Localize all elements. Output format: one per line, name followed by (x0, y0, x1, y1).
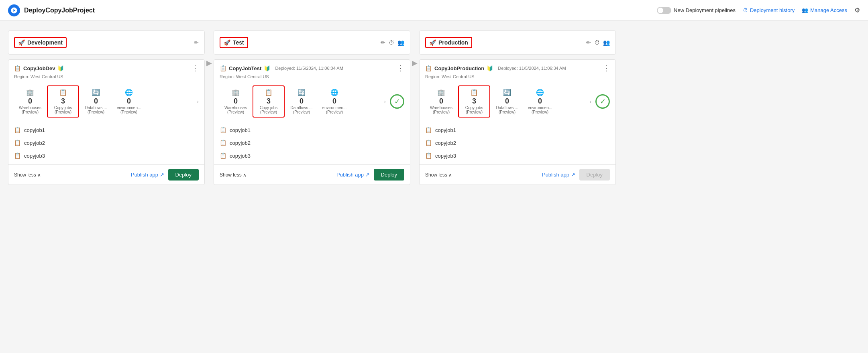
job-name: copyjob3 (435, 153, 456, 159)
show-less-button[interactable]: Show less ∧ (14, 172, 41, 178)
stage-env-icon: 🚀 (18, 39, 25, 46)
stat-item-1[interactable]: 📋 3 Copy jobs(Preview) (47, 85, 79, 118)
item-region: Region: West Central US (420, 74, 615, 82)
stat-label: Copy jobs(Preview) (54, 105, 72, 114)
stat-item-2[interactable]: 🔄 0 Dataflows ...(Preview) (80, 86, 112, 117)
users-stage-button[interactable]: 👥 (603, 39, 610, 46)
footer-right: Publish app ↗Deploy (542, 169, 610, 181)
jobs-list: 📋 copyjob1📋 copyjob2📋 copyjob3 (214, 121, 410, 164)
item-copy-icon: 📋 (220, 65, 226, 71)
stat-item-1[interactable]: 📋 3 Copy jobs(Preview) (253, 85, 285, 118)
app-title: DeployCopyJobProject (24, 7, 95, 14)
show-less-button[interactable]: Show less ∧ (220, 172, 247, 178)
stage-name-wrap-production: 🚀Production (425, 37, 472, 48)
item-title: CopyJobProduction (434, 65, 484, 71)
item-menu-button[interactable]: ⋮ (603, 65, 610, 72)
edit-stage-button[interactable]: ✏ (586, 39, 591, 46)
job-icon: 📋 (425, 152, 432, 159)
shield-icon: 🔰 (487, 65, 493, 71)
job-icon: 📋 (220, 152, 226, 159)
new-deployment-toggle-wrap[interactable]: New Deployment pipelines (657, 7, 736, 14)
stat-number: 3 (267, 97, 271, 105)
stat-icon: 📋 (470, 89, 478, 96)
deploy-button[interactable]: Deploy (374, 169, 404, 181)
stat-item-1[interactable]: 📋 3 Copy jobs(Preview) (458, 85, 490, 118)
stats-scroll-arrow[interactable]: › (197, 98, 199, 105)
job-icon: 📋 (220, 127, 226, 133)
deploy-button[interactable]: Deploy (579, 169, 610, 181)
shield-icon: 🔰 (57, 65, 64, 71)
list-item: 📋 copyjob2 (8, 136, 204, 149)
stage-header-production: 🚀Production✏⏱👥 (419, 30, 616, 55)
item-menu-button[interactable]: ⋮ (397, 65, 404, 72)
item-title: CopyJobTest (229, 65, 261, 71)
stage-env-icon: 🚀 (429, 39, 436, 46)
stat-number: 0 (94, 97, 98, 105)
stat-number: 0 (127, 97, 131, 105)
item-card-test: 📋 CopyJobTest 🔰 Deployed: 11/5/2024, 11:… (214, 59, 410, 185)
stat-icon: 🌐 (330, 89, 338, 96)
card-footer-production: Show less ∧Publish app ↗Deploy (420, 164, 615, 185)
stage-production: 🚀Production✏⏱👥📋 CopyJobProduction 🔰 Depl… (419, 30, 616, 185)
deployed-check-icon: ✓ (595, 94, 610, 109)
stat-item-3[interactable]: 🌐 0 environmen...(Preview) (113, 86, 145, 117)
job-icon: 📋 (14, 140, 21, 146)
stage-actions-test: ✏⏱👥 (381, 39, 404, 46)
edit-stage-button[interactable]: ✏ (194, 39, 199, 46)
deployment-history-link[interactable]: ⏱ Deployment history (743, 7, 795, 13)
stat-icon: 📋 (265, 89, 273, 96)
stat-icon: 🔄 (503, 89, 511, 96)
show-less-button[interactable]: Show less ∧ (425, 172, 452, 178)
stat-item-3[interactable]: 🌐 0 environmen...(Preview) (524, 86, 556, 117)
stage-name-label: Development (27, 39, 63, 46)
new-deployment-toggle[interactable] (657, 7, 671, 14)
stat-item-2[interactable]: 🔄 0 Dataflows ...(Preview) (285, 86, 318, 117)
publish-app-button[interactable]: Publish app ↗ (131, 172, 164, 178)
stats-scroll-arrow[interactable]: › (384, 98, 386, 105)
stat-number: 3 (472, 97, 476, 105)
stage-name-label: Production (438, 39, 468, 46)
stats-scroll-arrow[interactable]: › (589, 98, 591, 105)
users-stage-button[interactable]: 👥 (397, 39, 404, 46)
stat-item-3[interactable]: 🌐 0 environmen...(Preview) (318, 86, 350, 117)
stat-icon: 🏢 (232, 89, 240, 96)
stats-row: 🏢 0 Warehouses(Preview)📋 3 Copy jobs(Pre… (214, 82, 410, 121)
deployed-check-icon: ✓ (390, 94, 404, 109)
list-item: 📋 copyjob2 (420, 136, 615, 149)
header-right: New Deployment pipelines ⏱ Deployment hi… (657, 6, 860, 14)
card-header-test: 📋 CopyJobTest 🔰 Deployed: 11/5/2024, 11:… (214, 60, 410, 74)
manage-access-link[interactable]: 👥 Manage Access (802, 7, 847, 13)
stats-row: 🏢 0 Warehouses(Preview)📋 3 Copy jobs(Pre… (420, 82, 615, 121)
stat-label: Warehouses(Preview) (430, 105, 452, 114)
item-title: CopyJobDev (23, 65, 55, 71)
stat-label: Dataflows ...(Preview) (290, 105, 312, 114)
stage-test: 🚀Test✏⏱👥📋 CopyJobTest 🔰 Deployed: 11/5/2… (214, 30, 410, 185)
job-icon: 📋 (14, 152, 21, 159)
stat-number: 0 (538, 97, 542, 105)
edit-stage-button[interactable]: ✏ (381, 39, 385, 46)
job-name: copyjob3 (24, 153, 45, 159)
history-stage-button[interactable]: ⏱ (389, 39, 394, 46)
list-item: 📋 copyjob1 (8, 124, 204, 136)
item-menu-button[interactable]: ⋮ (192, 65, 199, 72)
publish-app-button[interactable]: Publish app ↗ (336, 172, 370, 178)
card-footer-development: Show less ∧Publish app ↗Deploy (8, 164, 204, 185)
stat-item-0[interactable]: 🏢 0 Warehouses(Preview) (14, 86, 46, 117)
stat-item-0[interactable]: 🏢 0 Warehouses(Preview) (220, 86, 252, 117)
card-footer-test: Show less ∧Publish app ↗Deploy (214, 164, 410, 185)
job-name: copyjob2 (230, 140, 251, 146)
deploy-button[interactable]: Deploy (168, 169, 199, 181)
footer-right: Publish app ↗Deploy (131, 169, 199, 181)
settings-button[interactable]: ⚙ (854, 6, 860, 14)
stat-icon: 🔄 (92, 89, 100, 96)
history-stage-button[interactable]: ⏱ (594, 39, 600, 46)
footer-right: Publish app ↗Deploy (336, 169, 404, 181)
stat-number: 0 (28, 97, 32, 105)
stat-label: Warehouses(Preview) (19, 105, 41, 114)
stat-item-0[interactable]: 🏢 0 Warehouses(Preview) (425, 86, 457, 117)
publish-app-button[interactable]: Publish app ↗ (542, 172, 575, 178)
stage-env-icon: 🚀 (224, 39, 230, 46)
item-title-row: 📋 CopyJobProduction 🔰 Deployed: 11/5/202… (425, 65, 566, 71)
stat-item-2[interactable]: 🔄 0 Dataflows ...(Preview) (491, 86, 523, 117)
item-region: Region: West Central US (8, 74, 204, 82)
